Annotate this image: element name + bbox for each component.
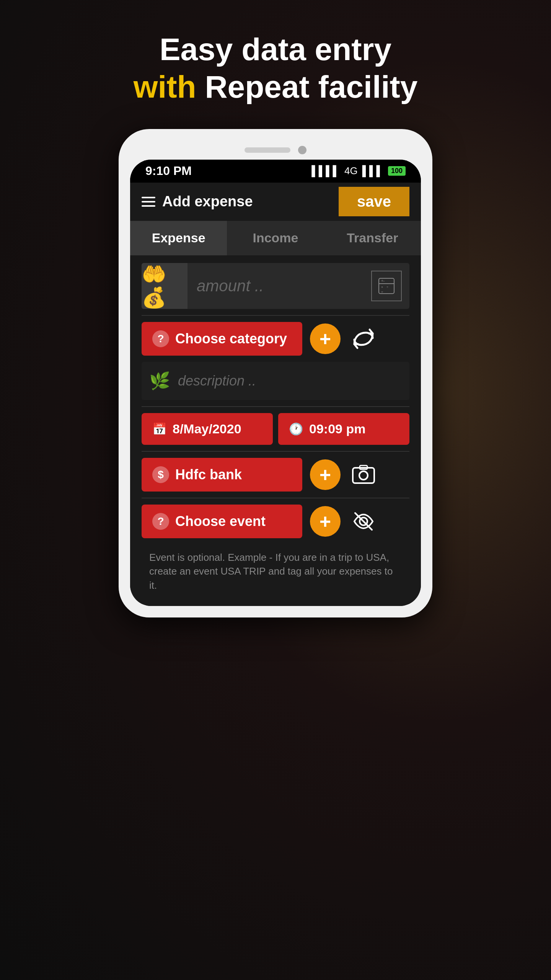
status-bar: 9:10 PM ▌▌▌▌ 4G ▌▌▌ 100 (130, 160, 421, 183)
svg-text:÷: ÷ (386, 285, 388, 289)
app-title: Add expense (162, 193, 253, 210)
amount-icon-box: 🤲💰 (142, 263, 187, 309)
add-category-button[interactable]: + (310, 323, 341, 354)
phone-screen: 9:10 PM ▌▌▌▌ 4G ▌▌▌ 100 Add expense save (130, 160, 421, 606)
svg-text:×: × (381, 285, 383, 289)
date-label: 8/May/2020 (173, 421, 241, 436)
status-icons: ▌▌▌▌ 4G ▌▌▌ 100 (311, 165, 406, 177)
repeat-icon[interactable] (348, 323, 379, 354)
signal-icon: ▌▌▌▌ (311, 165, 340, 177)
header-highlight: with (134, 69, 196, 104)
status-time: 9:10 PM (145, 164, 192, 178)
time-label: 09:09 pm (309, 421, 365, 436)
phone-mockup: 9:10 PM ▌▌▌▌ 4G ▌▌▌ 100 Add expense save (119, 129, 432, 617)
hamburger-menu-icon[interactable] (142, 197, 155, 207)
divider-4 (142, 498, 409, 498)
description-row: 🌿 description .. (142, 362, 409, 400)
svg-text:=: = (381, 290, 383, 294)
tab-expense[interactable]: Expense (130, 221, 227, 255)
tab-income[interactable]: Income (227, 221, 324, 255)
phone-speaker (245, 147, 290, 153)
clock-icon: 🕐 (289, 422, 303, 436)
description-input[interactable]: description .. (178, 373, 256, 389)
calendar-icon: 📅 (152, 422, 166, 436)
divider-2 (142, 406, 409, 407)
choose-category-button[interactable]: ? Choose category (142, 322, 302, 356)
svg-line-10 (355, 513, 372, 530)
calculator-icon[interactable]: +- × ÷ = (371, 271, 402, 301)
time-button[interactable]: 🕐 09:09 pm (278, 413, 409, 445)
header-line2-rest: Repeat facility (205, 69, 417, 104)
choose-event-button[interactable]: ? Choose event (142, 505, 302, 538)
header-line2: with Repeat facility (134, 68, 418, 106)
svg-point-7 (359, 471, 368, 480)
phone-camera (298, 146, 306, 154)
category-label: Choose category (175, 331, 287, 347)
save-button[interactable]: save (339, 187, 409, 216)
amount-row: 🤲💰 amount .. +- × ÷ = (142, 263, 409, 309)
divider-3 (142, 451, 409, 452)
bank-button[interactable]: $ Hdfc bank (142, 458, 302, 492)
dollar-circle-icon: $ (152, 466, 169, 483)
money-icon: 🤲💰 (142, 263, 187, 309)
event-question-icon: ? (152, 513, 169, 530)
event-row: ? Choose event + (142, 505, 409, 538)
add-event-button[interactable]: + (310, 506, 341, 537)
svg-rect-6 (353, 468, 374, 483)
add-bank-button[interactable]: + (310, 459, 341, 490)
camera-icon[interactable] (348, 459, 379, 490)
bank-row: $ Hdfc bank + (142, 458, 409, 492)
signal2-icon: ▌▌▌ (362, 165, 383, 177)
tab-transfer[interactable]: Transfer (324, 221, 421, 255)
svg-text:+-: +- (381, 279, 385, 283)
question-icon: ? (152, 330, 169, 347)
leaf-icon: 🌿 (149, 371, 170, 391)
header-section: Easy data entry with Repeat facility (134, 31, 418, 106)
tab-bar: Expense Income Transfer (130, 221, 421, 255)
content-area: 🤲💰 amount .. +- × ÷ = (130, 255, 421, 606)
app-header-left: Add expense (142, 193, 253, 210)
bank-label: Hdfc bank (175, 467, 242, 483)
phone-top-bar (130, 140, 421, 160)
footer-note: Event is optional. Example - If you are … (142, 544, 409, 598)
amount-input[interactable]: amount .. (187, 277, 371, 295)
network-type: 4G (344, 165, 358, 177)
datetime-row: 📅 8/May/2020 🕐 09:09 pm (142, 413, 409, 445)
event-label: Choose event (175, 513, 266, 529)
date-button[interactable]: 📅 8/May/2020 (142, 413, 273, 445)
header-line1: Easy data entry (134, 31, 418, 68)
eye-slash-icon[interactable] (348, 506, 379, 537)
divider-1 (142, 315, 409, 316)
category-row: ? Choose category + (142, 322, 409, 356)
app-header: Add expense save (130, 183, 421, 221)
battery-icon: 100 (388, 166, 406, 176)
